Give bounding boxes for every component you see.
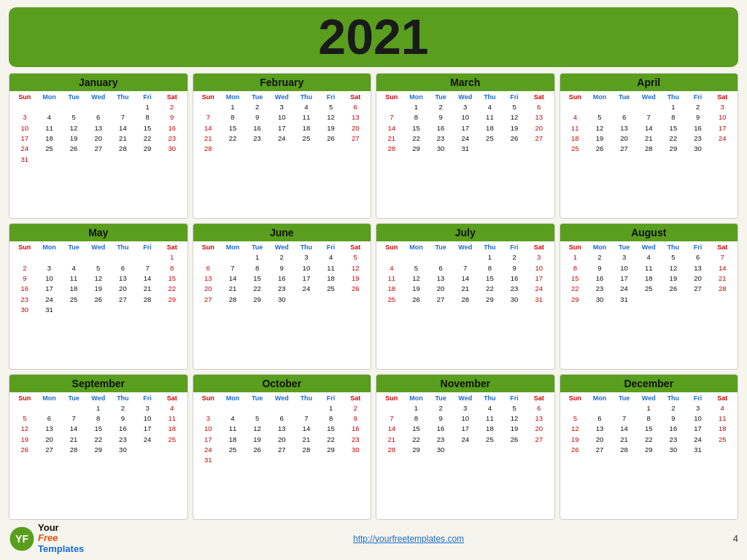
day-cell: 4 — [478, 102, 503, 112]
day-cell: 21 — [636, 133, 661, 144]
day-cell: 4 — [160, 403, 185, 413]
day-cell: 18 — [160, 424, 185, 434]
day-cell: 22 — [319, 435, 344, 445]
day-cell: 5 — [343, 252, 368, 262]
footer: YF Your Free Templates http://yourfreete… — [9, 523, 738, 554]
day-cell: 6 — [527, 102, 551, 112]
month-name: July — [455, 227, 476, 238]
day-cell: 20 — [527, 424, 551, 434]
day-cell: 22 — [404, 435, 429, 445]
day-cell: 11 — [220, 424, 245, 434]
day-cell: 13 — [111, 273, 136, 284]
week-row: 2345678 — [12, 263, 185, 273]
day-cell: 10 — [453, 413, 478, 424]
day-cell: 23 — [686, 133, 711, 144]
day-cell: 3 — [453, 102, 478, 112]
day-cell — [527, 144, 551, 154]
day-cell: 29 — [636, 445, 661, 455]
day-cell: 4 — [294, 102, 319, 112]
day-cell: 25 — [61, 295, 86, 305]
week-row: 2627282930 — [12, 445, 185, 455]
day-cell: 30 — [160, 144, 185, 154]
day-cell: 11 — [563, 123, 588, 133]
month-july: JulySunMonTueWedThuFriSat123456789101112… — [376, 223, 555, 369]
day-cell — [710, 295, 735, 305]
day-cell: 16 — [661, 424, 686, 434]
day-cell — [502, 445, 527, 455]
day-cell — [319, 295, 344, 305]
day-cell: 16 — [160, 123, 185, 133]
day-cell — [61, 155, 86, 165]
dow-cell: Thu — [661, 243, 686, 252]
dow-cell: Wed — [86, 243, 111, 252]
month-header-march: March — [376, 74, 554, 91]
month-name: December — [624, 378, 673, 389]
day-cell: 12 — [502, 112, 527, 122]
day-cell: 26 — [86, 295, 111, 305]
day-cell: 23 — [160, 133, 185, 144]
day-cell: 19 — [12, 435, 37, 445]
dow-cell: Tue — [245, 243, 270, 252]
logo-area: YF Your Free Templates — [9, 523, 84, 554]
day-cell: 16 — [111, 424, 136, 434]
dow-cell: Fri — [686, 93, 711, 101]
day-cell — [12, 252, 37, 262]
dow-cell: Thu — [294, 394, 319, 402]
day-cell: 8 — [404, 112, 429, 122]
day-cell: 28 — [294, 445, 319, 455]
day-cell: 29 — [661, 144, 686, 154]
day-cell: 7 — [111, 112, 136, 122]
day-cell: 2 — [428, 102, 453, 112]
day-cell: 15 — [135, 123, 160, 133]
day-cell — [319, 144, 344, 154]
week-row: 3456789 — [12, 112, 185, 122]
dow-cell: Fri — [135, 93, 160, 101]
day-cell — [710, 144, 735, 154]
day-cell: 27 — [111, 295, 136, 305]
month-october: OctoberSunMonTueWedThuFriSat123456789101… — [193, 374, 372, 520]
day-cell — [61, 305, 86, 315]
month-september: SeptemberSunMonTueWedThuFriSat1234567891… — [9, 374, 188, 520]
dow-cell: Fri — [319, 243, 344, 252]
week-row: 24252627282930 — [196, 445, 368, 455]
day-cell: 15 — [661, 123, 686, 133]
week-row: 567891011 — [563, 413, 735, 424]
day-cell: 28 — [636, 144, 661, 154]
day-cell — [710, 445, 735, 455]
day-cell: 7 — [196, 112, 221, 122]
day-cell: 13 — [612, 123, 637, 133]
day-cell: 18 — [478, 123, 503, 133]
day-cell: 9 — [661, 413, 686, 424]
day-cell: 28 — [61, 445, 86, 455]
footer-link[interactable]: http://yourfreetemplates.com — [353, 534, 464, 544]
day-cell: 20 — [196, 284, 221, 294]
day-cell — [379, 403, 404, 413]
day-cell: 14 — [379, 123, 404, 133]
dow-cell: Thu — [111, 394, 136, 402]
day-cell: 28 — [220, 295, 245, 305]
week-row: 1 — [12, 252, 185, 262]
dow-cell: Mon — [37, 243, 62, 252]
day-cell: 6 — [269, 413, 294, 424]
day-cell: 22 — [220, 133, 245, 144]
day-cell: 27 — [196, 295, 221, 305]
week-row: 1234 — [12, 403, 185, 413]
day-cell: 27 — [428, 295, 453, 305]
day-cell — [196, 102, 221, 112]
month-april: AprilSunMonTueWedThuFriSat12345678910111… — [560, 73, 739, 219]
day-cell — [196, 403, 221, 413]
day-cell — [245, 403, 270, 413]
day-cell: 31 — [612, 295, 637, 305]
day-cell: 26 — [12, 445, 37, 455]
day-cell: 31 — [37, 305, 62, 315]
day-cell — [563, 102, 588, 112]
day-cell: 24 — [294, 284, 319, 294]
day-cell: 26 — [343, 284, 368, 294]
day-cell: 1 — [86, 403, 111, 413]
day-cell — [686, 295, 711, 305]
day-cell: 15 — [636, 424, 661, 434]
day-cell: 5 — [61, 112, 86, 122]
dow-cell: Sun — [12, 394, 37, 402]
day-cell: 17 — [453, 123, 478, 133]
dow-cell: Fri — [502, 394, 527, 402]
